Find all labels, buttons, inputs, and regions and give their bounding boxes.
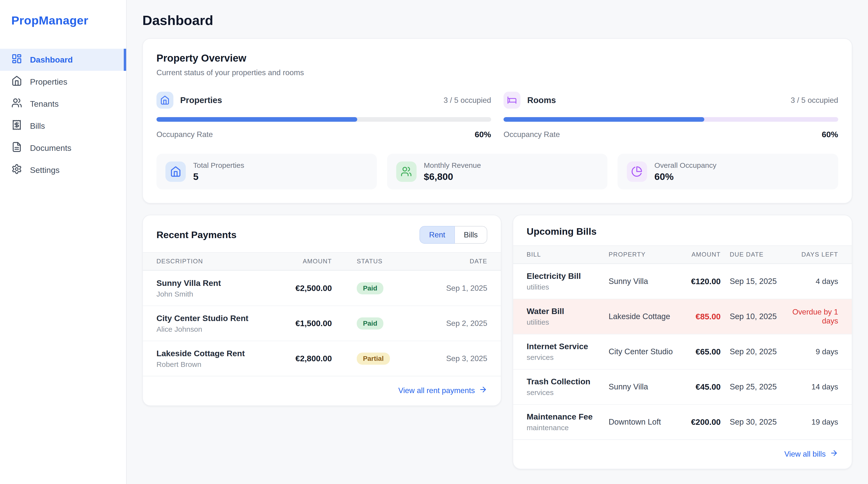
bills-toggle-button[interactable]: Bills (455, 226, 487, 244)
payment-date: Sep 1, 2025 (416, 284, 487, 293)
property-overview-card: Property Overview Current status of your… (143, 38, 852, 203)
bill-property: Sunny Villa (609, 382, 674, 391)
properties-progress-bar (156, 117, 491, 122)
bill-name: Electricity Bill (527, 271, 609, 281)
rooms-progress-bar (503, 117, 838, 122)
bill-due-date: Sep 15, 2025 (721, 277, 781, 286)
main-content: Dashboard Property Overview Current stat… (127, 0, 868, 484)
status-badge: Paid (357, 282, 383, 295)
arrow-right-icon (830, 449, 838, 459)
payment-tenant: John Smith (156, 290, 270, 298)
bill-due-date: Sep 20, 2025 (721, 347, 781, 356)
column-header: STATUS (332, 258, 416, 265)
sidebar-nav: Dashboard Properties Tenants Bills (0, 49, 126, 181)
bill-property: Sunny Villa (609, 277, 674, 286)
payment-date: Sep 3, 2025 (416, 354, 487, 363)
sidebar-item-documents[interactable]: Documents (0, 137, 126, 159)
rent-bills-toggle: Rent Bills (420, 226, 487, 244)
sidebar-item-settings[interactable]: Settings (0, 159, 126, 181)
progress-fill (503, 117, 704, 122)
bill-property: Downtown Loft (609, 417, 674, 427)
active-indicator (124, 49, 126, 71)
progress-fill (156, 117, 357, 122)
home-icon (165, 162, 186, 182)
gear-icon (11, 164, 22, 176)
column-header: BILL (527, 251, 609, 258)
sidebar-item-label: Bills (30, 121, 45, 131)
bill-days-left: Overdue by 1 days (781, 308, 838, 325)
home-icon (11, 76, 22, 88)
status-badge: Partial (357, 352, 390, 365)
home-icon (156, 92, 174, 109)
payment-amount: €2,500.00 (270, 283, 332, 293)
occupancy-meters: Properties 3 / 5 occupied Occupancy Rate… (156, 92, 838, 139)
bill-name: Maintenance Fee (527, 412, 609, 422)
column-header: DATE (416, 258, 487, 265)
bills-table-header: BILL PROPERTY AMOUNT DUE DATE DAYS LEFT (513, 246, 852, 263)
occupancy-rate-label: Occupancy Rate (503, 130, 560, 139)
status-badge: Paid (357, 317, 383, 330)
link-label: View all bills (784, 450, 826, 459)
sidebar-item-dashboard[interactable]: Dashboard (0, 49, 126, 71)
payment-tenant: Alice Johnson (156, 325, 270, 334)
bill-name: Trash Collection (527, 377, 609, 386)
bill-due-date: Sep 10, 2025 (721, 312, 781, 321)
bill-amount: €65.00 (674, 347, 721, 357)
rooms-meter: Rooms 3 / 5 occupied Occupancy Rate 60% (503, 92, 838, 139)
bill-property: Lakeside Cottage (609, 312, 674, 321)
column-header: DUE DATE (721, 251, 781, 258)
bill-category: utilities (527, 283, 609, 291)
payment-description: City Center Studio Rent (156, 314, 270, 323)
occupancy-rate-value: 60% (475, 130, 491, 139)
meter-label: Rooms (527, 95, 556, 105)
document-icon (11, 142, 22, 154)
occupancy-rate-value: 60% (822, 130, 838, 139)
sidebar-item-label: Properties (30, 77, 67, 87)
stat-label: Overall Occupancy (654, 161, 716, 170)
users-icon (11, 97, 22, 110)
app-root: PropManager Dashboard Properties Tenants (0, 0, 868, 484)
stat-label: Monthly Revenue (424, 161, 481, 170)
payment-amount: €2,800.00 (270, 354, 332, 363)
payments-table-header: DESCRIPTION AMOUNT STATUS DATE (143, 252, 501, 271)
bill-amount: €45.00 (674, 382, 721, 392)
rent-toggle-button[interactable]: Rent (420, 226, 455, 244)
view-all-bills-link[interactable]: View all bills (784, 449, 838, 459)
bill-amount: €85.00 (674, 312, 721, 321)
table-row[interactable]: Trash Collection services Sunny Villa €4… (513, 369, 852, 404)
stat-overall-occupancy: Overall Occupancy 60% (618, 154, 838, 189)
recent-payments-card: Recent Payments Rent Bills DESCRIPTION A… (143, 215, 501, 406)
table-row[interactable]: Sunny Villa Rent John Smith €2,500.00 Pa… (143, 271, 501, 306)
bill-amount: €200.00 (674, 417, 721, 427)
sidebar-item-label: Documents (30, 143, 71, 153)
bill-category: services (527, 389, 609, 397)
occupancy-rate-label: Occupancy Rate (156, 130, 213, 139)
table-row[interactable]: Water Bill utilities Lakeside Cottage €8… (513, 299, 852, 334)
bill-name: Internet Service (527, 342, 609, 351)
upcoming-bills-card: Upcoming Bills BILL PROPERTY AMOUNT DUE … (513, 215, 852, 469)
bill-category: services (527, 353, 609, 362)
table-row[interactable]: Electricity Bill utilities Sunny Villa €… (513, 263, 852, 299)
sidebar: PropManager Dashboard Properties Tenants (0, 0, 127, 484)
table-row[interactable]: Maintenance Fee maintenance Downtown Lof… (513, 404, 852, 439)
app-logo: PropManager (0, 0, 126, 27)
payment-amount: €1,500.00 (270, 319, 332, 328)
table-row[interactable]: Internet Service services City Center St… (513, 334, 852, 369)
sidebar-item-label: Dashboard (30, 55, 73, 64)
payment-description: Sunny Villa Rent (156, 278, 270, 288)
sidebar-item-properties[interactable]: Properties (0, 71, 126, 93)
stat-cards: Total Properties 5 Monthly Revenue $6,80… (156, 154, 838, 189)
arrow-right-icon (479, 385, 487, 396)
meter-label: Properties (180, 95, 222, 105)
occupied-count: 3 / 5 occupied (444, 96, 491, 105)
table-row[interactable]: City Center Studio Rent Alice Johnson €1… (143, 306, 501, 341)
stat-label: Total Properties (193, 161, 244, 170)
bill-days-left: 4 days (781, 277, 838, 286)
sidebar-item-label: Settings (30, 165, 60, 175)
sidebar-item-tenants[interactable]: Tenants (0, 93, 126, 115)
view-all-rent-payments-link[interactable]: View all rent payments (398, 385, 487, 396)
bill-property: City Center Studio (609, 347, 674, 356)
sidebar-item-bills[interactable]: Bills (0, 115, 126, 137)
bill-due-date: Sep 30, 2025 (721, 417, 781, 427)
table-row[interactable]: Lakeside Cottage Rent Robert Brown €2,80… (143, 341, 501, 376)
